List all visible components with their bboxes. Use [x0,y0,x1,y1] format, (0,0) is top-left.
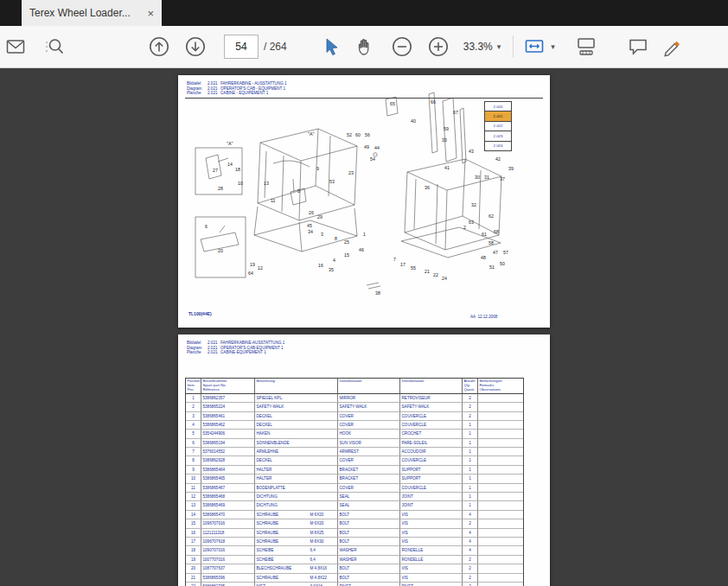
hand-tool-icon[interactable] [354,36,375,57]
callout-number: 48 [481,255,486,260]
table-cell: MIRROR [338,394,400,403]
table-row: 145386865470SCHRAUBEM 6X20BOLTVIS4 [186,511,523,519]
callout-number: 28 [218,186,223,191]
email-icon[interactable] [5,36,26,57]
callout-number: 30 [475,175,480,180]
table-cell: BOLT [338,538,400,546]
table-cell: COUVERCLE [400,456,463,465]
table-cell: 1 [463,430,478,438]
document-tab-title: Terex Wheel Loader... [29,7,140,19]
table-cell [309,501,338,510]
table-cell: M 6X20 [309,511,338,519]
document-tab[interactable]: Terex Wheel Loader... × [22,0,162,26]
table-cell: VIS [400,519,463,528]
search-icon[interactable] [43,36,66,57]
document-canvas[interactable]: Bildtafel2.021FAHRERKABINE - AUSSTATTUNG… [0,68,728,586]
table-cell [478,484,523,493]
table-row: 25386865224SAFETY-WALKSAFETY-WALKSAFETY-… [186,403,523,411]
touch-mode-icon[interactable] [576,36,597,57]
table-cell: RIVET [400,583,463,586]
select-tool-icon[interactable] [323,37,341,56]
table-row: 115386865467BODENPLATTECOVERCOUVERCLE1 [186,484,523,493]
table-row: 135386865469DICHTUNGSEALJOINT1 [186,501,523,510]
table-cell: M 6X20 [309,519,338,528]
zoom-in-icon[interactable] [427,35,450,58]
plate-header-row: Planche2.021CABINE-EQUIPEMENT 1 [187,350,284,355]
table-row: 45386865462DECKELCOVERCOUVERCLE1 [186,421,523,430]
table-row: 161121211318SCHRAUBEM 8X25BOLTVIS4 [186,529,523,538]
parts-table-body: 15386862357SPIEGEL KPL.MIRRORRETROVISEUR… [186,394,523,586]
pdf-toolbar: / 264 33.3% ▾ ▾ [0,26,728,68]
legend-cell: 2.024 [485,142,511,150]
callout-number: 45 [307,223,312,228]
table-cell: RONDELLE [400,556,463,564]
table-cell: 13 [186,501,201,510]
table-cell: COVER [338,456,400,465]
callout-number: 27 [213,168,218,173]
pen-tool-icon[interactable] [662,36,683,57]
fit-width-icon[interactable] [524,36,546,57]
previous-page-icon[interactable] [148,35,170,58]
zoom-level-dropdown[interactable]: 33.3% ▾ [463,41,501,53]
table-cell: 1096707618 [201,538,255,546]
callout-number: 29 [317,214,322,220]
chevron-down-icon[interactable]: ▾ [551,42,555,51]
table-cell: 11 [186,484,201,493]
table-cell: BLECHSCHRAUBE [255,564,309,573]
table-cell: 3 [186,412,201,421]
tab-close-icon[interactable]: × [147,7,154,20]
zoom-out-icon[interactable] [391,35,413,58]
table-cell [478,448,523,456]
callout-number: 36 [425,185,430,190]
table-cell: 2 [186,403,201,411]
table-cell: 5386865468 [201,493,255,501]
tab-bar: Terex Wheel Loader... × [0,0,728,26]
table-cell: CROCHET [400,430,463,438]
callout-number: 25 [344,239,349,245]
parts-table-header: Position Item Pos.Bestellnummer Spare pa… [186,379,523,394]
table-cell: ARMLEHNE [255,448,309,456]
table-cell: BOLT [338,511,400,519]
table-row: 105386865465HALTERBRACKETSUPPORT1 [186,475,523,483]
table-cell: 2 [463,564,478,573]
table-cell: 1 [463,466,478,475]
table-cell: 4 [463,529,478,538]
pdf-viewer-window: Terex Wheel Loader... × / 264 [0,0,728,586]
table-cell: JOINT [400,493,463,501]
table-cell: SPIEGEL KPL. [255,394,309,403]
table-cell: 5386865465 [201,475,255,483]
callout-number: 37 [500,176,505,182]
table-cell: 4 [463,546,478,555]
callout-number: 51 [489,264,495,270]
chevron-down-icon: ▾ [497,42,501,51]
table-cell: RETROVISEUR [400,394,463,403]
page-count-label: / 264 [264,41,287,53]
table-cell: 7 [186,448,201,456]
callout-number: 7 [393,257,396,262]
table-cell: 19 [186,556,201,564]
callout-number: 55 [411,265,416,271]
callout-number: 64 [248,271,253,276]
page-number-input[interactable] [224,35,259,59]
callout-number: 52 [347,132,352,137]
table-cell: HOOK [338,430,400,438]
next-page-icon[interactable] [184,35,207,58]
table-cell [478,456,523,465]
plate-header: Bildtafel2.021FAHRERKABINE-AUSSTATTUNG 1… [187,341,284,355]
callout-number: 59 [444,126,449,131]
table-cell [478,529,523,538]
table-cell [309,412,338,421]
table-cell [478,519,523,528]
table-cell: 6,4 [309,546,338,555]
pdf-page-2: Bildtafel2.021FAHRERKABINE-AUSSTATTUNG 1… [178,334,550,586]
table-cell [309,484,338,493]
comment-icon[interactable] [628,36,648,57]
table-row: 125386865468DICHTUNGSEALJOINT1 [186,493,523,501]
table-cell: SUPPORT [400,466,463,475]
table-cell: 1121211318 [201,529,255,538]
callout-number: 22 [433,272,438,277]
table-cell [478,475,523,483]
table-cell: BOLT [338,529,400,538]
table-cell: COVER [338,421,400,430]
table-row: 225386862735NIET3,0X16RIVETRIVET2 [186,583,523,586]
